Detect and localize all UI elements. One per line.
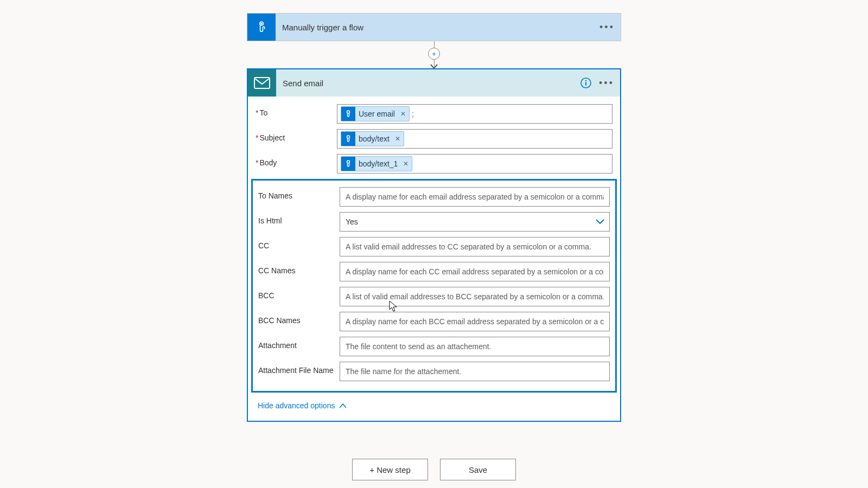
bcc-names-label: BCC Names: [258, 312, 340, 325]
is-html-label: Is Html: [258, 212, 340, 225]
trigger-title: Manually trigger a flow: [276, 23, 599, 32]
bcc-label: BCC: [258, 287, 340, 300]
token-body-text-1[interactable]: body/text_1 ✕: [341, 156, 412, 171]
manual-trigger-icon: [247, 14, 276, 41]
token-remove-icon[interactable]: ✕: [400, 110, 406, 118]
body-input[interactable]: body/text_1 ✕: [337, 154, 612, 174]
to-label: *To: [256, 104, 337, 117]
cc-names-input[interactable]: [340, 262, 610, 281]
toggle-advanced-label: Hide advanced options: [258, 401, 335, 410]
ellipsis-icon: •••: [599, 78, 614, 88]
svg-rect-2: [254, 78, 270, 88]
is-html-value[interactable]: [340, 212, 610, 232]
action-title: Send email: [276, 79, 578, 88]
arrow-down-icon: [430, 64, 438, 69]
token-remove-icon[interactable]: ✕: [403, 160, 409, 168]
to-names-label: To Names: [258, 187, 340, 200]
svg-point-1: [261, 23, 262, 24]
mail-icon: [248, 69, 276, 97]
footer-buttons: + New step Save: [352, 459, 516, 480]
subject-input[interactable]: body/text ✕: [337, 129, 612, 149]
cc-names-label: CC Names: [258, 262, 340, 275]
to-input[interactable]: User email ✕: [337, 104, 612, 124]
manual-trigger-icon: [341, 107, 355, 121]
svg-rect-5: [585, 82, 586, 86]
subject-label: *Subject: [256, 129, 337, 142]
info-icon: [580, 77, 592, 89]
bcc-input[interactable]: [340, 287, 610, 306]
hide-advanced-options-button[interactable]: Hide advanced options: [256, 398, 349, 418]
attachment-filename-input[interactable]: [340, 362, 610, 381]
connector: +: [247, 41, 621, 68]
svg-point-7: [347, 136, 350, 138]
chevron-up-icon: [339, 403, 347, 408]
body-label: *Body: [256, 154, 337, 167]
attachment-filename-label: Attachment File Name: [258, 362, 340, 375]
token-label: body/text_1: [359, 159, 398, 168]
token-label: body/text: [359, 134, 390, 143]
token-body-text[interactable]: body/text ✕: [341, 131, 404, 146]
attachment-input[interactable]: [340, 337, 610, 356]
svg-point-4: [585, 80, 586, 81]
svg-point-8: [347, 160, 350, 163]
manual-trigger-icon: [341, 157, 355, 171]
trigger-header[interactable]: Manually trigger a flow •••: [247, 14, 621, 41]
action-header[interactable]: Send email •••: [248, 69, 620, 97]
save-button[interactable]: Save: [440, 459, 516, 480]
new-step-button[interactable]: + New step: [352, 459, 428, 480]
to-names-input[interactable]: [340, 187, 610, 207]
attachment-label: Attachment: [258, 337, 340, 350]
bcc-names-input[interactable]: [340, 312, 610, 331]
is-html-select[interactable]: [340, 212, 610, 232]
token-remove-icon[interactable]: ✕: [395, 135, 400, 143]
action-body: *To User email ✕ *Subject: [248, 97, 620, 421]
insert-step-button[interactable]: +: [428, 48, 440, 60]
trigger-more-button[interactable]: •••: [599, 19, 615, 35]
cc-input[interactable]: [340, 237, 610, 256]
to-tail-input[interactable]: [412, 110, 609, 118]
svg-point-6: [347, 111, 350, 113]
token-user-email[interactable]: User email ✕: [341, 106, 410, 121]
send-email-card: Send email ••• *To: [247, 68, 621, 422]
action-more-button[interactable]: •••: [598, 75, 615, 91]
cc-label: CC: [258, 237, 340, 250]
manual-trigger-icon: [341, 132, 355, 146]
token-label: User email: [359, 110, 395, 118]
advanced-options-block: To Names Is Html CC: [251, 179, 617, 393]
trigger-card[interactable]: Manually trigger a flow •••: [247, 13, 621, 41]
ellipsis-icon: •••: [599, 22, 615, 32]
info-button[interactable]: [578, 75, 594, 91]
